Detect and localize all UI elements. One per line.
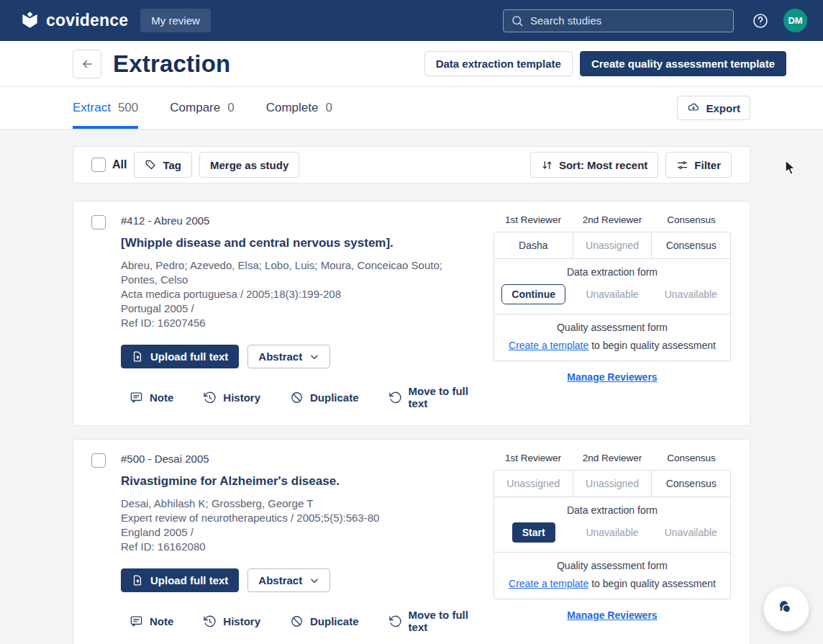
search-box[interactable] bbox=[503, 9, 734, 32]
history-clock-icon bbox=[203, 614, 217, 628]
abstract-label: Abstract bbox=[258, 574, 302, 586]
study-card: #500 - Desai 2005 Rivastigmine for Alzhe… bbox=[73, 439, 750, 644]
extraction-unavailable-2: Unavailable bbox=[652, 289, 730, 300]
my-review-button[interactable]: My review bbox=[140, 9, 211, 32]
search-input[interactable] bbox=[530, 14, 726, 27]
sort-label: Sort: Most recent bbox=[559, 159, 647, 171]
export-label: Export bbox=[706, 102, 740, 114]
note-button[interactable]: Note bbox=[129, 609, 173, 633]
filter-sliders-icon bbox=[676, 159, 688, 171]
reviewer-panel: 1st Reviewer 2nd Reviewer Consensus Unas… bbox=[494, 453, 731, 633]
data-extraction-form-title: Data extraction form bbox=[494, 266, 730, 278]
tab-label: Extract bbox=[73, 101, 111, 115]
study-actions: Note History bbox=[121, 609, 479, 633]
tag-button[interactable]: Tag bbox=[134, 152, 192, 178]
note-button[interactable]: Note bbox=[129, 385, 173, 409]
app-header: covidence My review DM bbox=[0, 0, 823, 41]
study-checkbox[interactable] bbox=[91, 453, 106, 468]
study-ref: #500 - Desai 2005 bbox=[121, 453, 479, 465]
data-extraction-template-button[interactable]: Data extraction template bbox=[424, 51, 573, 76]
sort-arrows-icon bbox=[541, 159, 553, 171]
sort-button[interactable]: Sort: Most recent bbox=[530, 152, 658, 178]
study-authors: Desai, Abhilash K; Grossberg, George T bbox=[121, 496, 479, 511]
help-icon[interactable] bbox=[752, 12, 769, 30]
abstract-label: Abstract bbox=[258, 350, 302, 363]
brand-name: covidence bbox=[46, 11, 128, 30]
study-title: Rivastigmine for Alzheimer's disease. bbox=[121, 474, 479, 489]
note-label: Note bbox=[150, 615, 173, 627]
filter-label: Filter bbox=[694, 159, 721, 171]
undo-arrow-icon bbox=[388, 614, 402, 628]
tab-extract[interactable]: Extract 500 bbox=[73, 87, 138, 129]
title-bar: Extraction Data extraction template Crea… bbox=[0, 41, 823, 87]
quality-rest-text: to begin quality assessment bbox=[588, 578, 716, 589]
search-icon bbox=[511, 14, 524, 27]
history-clock-icon bbox=[203, 391, 217, 404]
chevron-down-icon bbox=[309, 576, 319, 586]
study-checkbox[interactable] bbox=[91, 215, 106, 230]
manage-reviewers-link[interactable]: Manage Reviewers bbox=[567, 371, 657, 383]
abstract-dropdown-button[interactable]: Abstract bbox=[247, 345, 330, 368]
upload-document-icon bbox=[132, 350, 144, 363]
user-avatar[interactable]: DM bbox=[783, 9, 807, 32]
tag-label: Tag bbox=[163, 159, 181, 171]
manage-reviewers-link[interactable]: Manage Reviewers bbox=[567, 609, 657, 621]
tab-complete[interactable]: Complete 0 bbox=[266, 87, 332, 129]
study-card: #412 - Abreu 2005 [Whipple disease and c… bbox=[73, 201, 750, 426]
upload-label: Upload full text bbox=[150, 350, 228, 363]
export-button[interactable]: Export bbox=[677, 96, 750, 120]
duplicate-button[interactable]: Duplicate bbox=[290, 385, 359, 409]
select-all-checkbox[interactable] bbox=[91, 158, 106, 172]
note-label: Note bbox=[150, 391, 173, 404]
move-to-full-text-button[interactable]: Move to full text bbox=[388, 609, 479, 633]
quality-assessment-section: Quality assessment form Create a templat… bbox=[494, 552, 730, 599]
list-toolbar: All Tag Merge as study Sort: Most recent bbox=[73, 146, 750, 183]
reviewer-header-1st: 1st Reviewer bbox=[494, 214, 573, 225]
merge-as-study-button[interactable]: Merge as study bbox=[199, 152, 299, 178]
reviewer-2-name: Unassigned bbox=[573, 232, 652, 258]
upload-document-icon bbox=[132, 574, 144, 586]
duplicate-button[interactable]: Duplicate bbox=[290, 609, 359, 633]
back-button[interactable] bbox=[73, 50, 101, 78]
ban-circle-icon bbox=[290, 391, 304, 404]
upload-full-text-button[interactable]: Upload full text bbox=[121, 568, 239, 592]
create-quality-assessment-template-button[interactable]: Create quality assessment template bbox=[580, 51, 786, 76]
filter-button[interactable]: Filter bbox=[665, 152, 732, 178]
quality-assessment-section: Quality assessment form Create a templat… bbox=[494, 314, 730, 360]
abstract-dropdown-button[interactable]: Abstract bbox=[247, 568, 330, 592]
chat-fab-button[interactable] bbox=[764, 586, 809, 631]
extraction-unavailable-2: Unavailable bbox=[652, 527, 730, 538]
reviewer-header-consensus: Consensus bbox=[652, 214, 731, 225]
duplicate-label: Duplicate bbox=[310, 391, 359, 404]
move-to-full-text-label: Move to full text bbox=[409, 609, 479, 633]
quality-assessment-form-title: Quality assessment form bbox=[494, 560, 730, 571]
history-button[interactable]: History bbox=[203, 385, 260, 409]
study-title: [Whipple disease and central nervous sys… bbox=[121, 236, 479, 250]
create-a-template-link[interactable]: Create a template bbox=[509, 578, 588, 589]
move-to-full-text-button[interactable]: Move to full text bbox=[388, 385, 479, 409]
tab-compare[interactable]: Compare 0 bbox=[170, 87, 234, 129]
data-extraction-form-title: Data extraction form bbox=[494, 504, 730, 516]
reviewer-header-2nd: 2nd Reviewer bbox=[573, 453, 652, 463]
continue-button[interactable]: Continue bbox=[501, 284, 565, 304]
reviewer-panel: 1st Reviewer 2nd Reviewer Consensus Dash… bbox=[494, 214, 731, 409]
quality-assessment-form-title: Quality assessment form bbox=[494, 322, 730, 333]
covidence-logo[interactable]: covidence bbox=[20, 11, 128, 30]
upload-label: Upload full text bbox=[150, 574, 228, 586]
undo-arrow-icon bbox=[388, 391, 402, 404]
create-a-template-link[interactable]: Create a template bbox=[509, 340, 588, 351]
mouse-cursor bbox=[783, 159, 799, 176]
reviewer-header-2nd: 2nd Reviewer bbox=[573, 214, 652, 225]
export-cloud-icon bbox=[687, 101, 700, 114]
history-button[interactable]: History bbox=[203, 609, 260, 633]
select-all-label: All bbox=[112, 158, 127, 171]
tab-count: 500 bbox=[118, 101, 138, 115]
ban-circle-icon bbox=[290, 614, 304, 628]
chevron-down-icon bbox=[309, 352, 319, 362]
start-button[interactable]: Start bbox=[512, 522, 555, 543]
tabs-bar: Extract 500 Compare 0 Complete 0 Export bbox=[0, 87, 823, 130]
content-area: All Tag Merge as study Sort: Most recent bbox=[73, 130, 750, 644]
study-authors: Abreu, Pedro; Azevedo, Elsa; Lobo, Luis;… bbox=[121, 258, 479, 287]
study-ref: #412 - Abreu 2005 bbox=[121, 214, 479, 227]
upload-full-text-button[interactable]: Upload full text bbox=[121, 345, 239, 368]
